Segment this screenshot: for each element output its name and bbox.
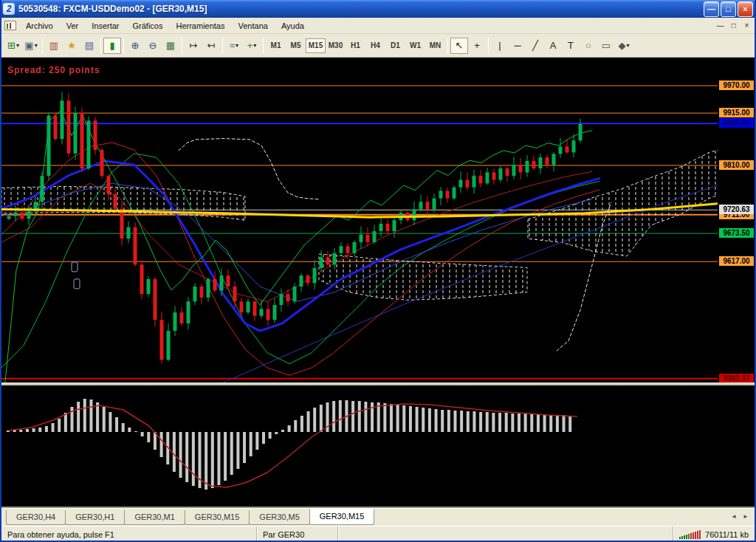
candles-layer <box>7 92 583 364</box>
chart-tab[interactable]: GER30,H1 <box>65 510 125 525</box>
candlestick-chart-icon: ▮ <box>109 38 114 53</box>
macd-signal-line <box>8 404 577 487</box>
dropdown-arrow-icon[interactable]: ▾ <box>35 42 38 49</box>
price-label: 9915.00 <box>719 108 754 117</box>
menu-graficos[interactable]: Gráficos <box>126 19 170 32</box>
navigator-icon: ▤ <box>85 38 94 53</box>
timeframe-m5-button[interactable]: M5 <box>286 38 306 53</box>
add-indicator-button[interactable]: +▾ <box>243 38 261 54</box>
indicator-chart[interactable] <box>1 385 718 508</box>
price-scale[interactable]: 9970.009915.009894.009810.009720.639711.… <box>718 58 755 507</box>
profiles-button[interactable]: ▣▾ <box>22 38 40 54</box>
text-label-icon: T <box>568 38 574 53</box>
rectangle-icon: ▭ <box>602 38 611 53</box>
timeframe-m1-button[interactable]: M1 <box>266 38 286 53</box>
mdi-restore-button[interactable]: □ <box>727 20 740 31</box>
chart-window-icon[interactable] <box>4 21 16 30</box>
status-connection: 76011/11 kb <box>673 526 755 542</box>
arrows-button[interactable]: ◆▾ <box>615 38 633 54</box>
menu-ventana[interactable]: Ventana <box>232 19 275 32</box>
chart-tab[interactable]: GER30,H4 <box>6 510 66 525</box>
chart-area: Spread: 250 points 9970.009915.009894.00… <box>1 58 755 508</box>
mt4-window: 2 50530548: FXCM-USDDemo02 - [GER30,M15]… <box>0 0 756 542</box>
title-bar: 2 50530548: FXCM-USDDemo02 - [GER30,M15]… <box>0 0 756 18</box>
auto-scroll-icon: ↦ <box>190 38 198 53</box>
chart-shift-icon: ↤ <box>207 38 216 53</box>
macd-histogram-layer <box>7 399 571 490</box>
chart-shift-button[interactable]: ↤ <box>202 38 220 54</box>
mdi-close-button[interactable]: × <box>740 20 753 31</box>
candlestick-chart-button[interactable]: ▮ <box>103 38 121 54</box>
cursor-button[interactable]: ↖ <box>450 38 468 54</box>
toolbar-separator <box>488 38 489 54</box>
menu-ayuda[interactable]: Ayuda <box>275 19 311 32</box>
navigator-button[interactable]: ▤ <box>80 38 98 54</box>
arrows-icon: ◆ <box>618 38 625 53</box>
favorites-icon: ★ <box>67 38 76 53</box>
auto-scroll-button[interactable]: ↦ <box>185 38 202 54</box>
new-chart-button[interactable]: ⊞▾ <box>4 38 22 54</box>
indicator-splitter[interactable] <box>1 383 755 385</box>
timeframe-d1-button[interactable]: D1 <box>385 38 405 53</box>
app-icon: 2 <box>3 3 15 15</box>
timeframe-h4-button[interactable]: H4 <box>365 38 385 53</box>
menu-archivo[interactable]: Archivo <box>19 19 60 32</box>
window-title: 50530548: FXCM-USDDemo02 - [GER30,M15] <box>18 4 702 14</box>
zoom-in-button[interactable]: ⊕ <box>126 38 144 54</box>
tab-scroll-right-button[interactable]: ► <box>740 510 752 524</box>
toolbar-separator <box>123 38 124 54</box>
vertical-line-button[interactable]: | <box>491 38 509 54</box>
menu-insertar[interactable]: Insertar <box>85 19 126 32</box>
rectangle-button[interactable]: ▭ <box>597 38 615 54</box>
minimize-button[interactable]: — <box>704 1 719 17</box>
favorites-button[interactable]: ★ <box>63 38 80 54</box>
zoom-out-button[interactable]: ⊖ <box>144 38 162 54</box>
timeframe-m30-button[interactable]: M30 <box>326 38 346 53</box>
market-watch-button[interactable]: ▥ <box>45 38 63 54</box>
spread-note: Spread: 250 points <box>7 65 100 75</box>
text-icon: A <box>550 38 557 53</box>
vertical-line-icon: | <box>498 38 501 53</box>
tile-windows-button[interactable]: ▦ <box>162 38 179 54</box>
indicators-list-button[interactable]: ≈▾ <box>225 38 243 54</box>
toolbar-separator <box>263 38 264 54</box>
toolbar-separator <box>182 38 182 54</box>
status-pair-text: Par GER30 <box>256 526 337 542</box>
status-bar: Para obtener ayuda, pulse F1 Par GER30 7… <box>1 526 755 542</box>
mdi-minimize-button[interactable]: — <box>714 20 726 31</box>
toolbar-separator <box>42 38 43 54</box>
toolbar-separator <box>222 38 223 54</box>
trendline-button[interactable]: ╱ <box>526 38 544 54</box>
close-button[interactable]: × <box>738 1 753 17</box>
chart-tab[interactable]: GER30,M5 <box>249 510 309 525</box>
restore-button[interactable]: □ <box>721 1 736 17</box>
dropdown-arrow-icon[interactable]: ▾ <box>16 42 19 49</box>
ellipse-icon: ○ <box>585 38 591 53</box>
toolbar-separator <box>100 38 101 54</box>
market-watch-icon: ▥ <box>49 38 58 53</box>
chart-tab-active[interactable]: GER30,M15 <box>309 509 375 525</box>
ellipse-button[interactable]: ○ <box>580 38 597 54</box>
new-chart-icon: ⊞ <box>7 38 16 53</box>
crosshair-icon: + <box>474 38 480 53</box>
add-indicator-icon: + <box>247 38 253 53</box>
text-label-button[interactable]: T <box>562 38 580 54</box>
timeframe-h1-button[interactable]: H1 <box>346 38 365 53</box>
timeframe-mn-button[interactable]: MN <box>425 38 445 53</box>
price-label: 9720.63 <box>719 205 754 214</box>
chart-tab[interactable]: GER30,M15 <box>185 510 250 525</box>
timeframe-w1-button[interactable]: W1 <box>405 38 425 53</box>
dropdown-arrow-icon[interactable]: ▾ <box>626 42 629 49</box>
chart-tab[interactable]: GER30,M1 <box>124 510 185 525</box>
menu-ver[interactable]: Ver <box>60 19 86 32</box>
horizontal-line-icon: ─ <box>514 38 520 53</box>
dropdown-arrow-icon[interactable]: ▾ <box>236 42 238 49</box>
menu-herramientas[interactable]: Herramientas <box>169 19 231 32</box>
timeframe-m15-button[interactable]: M15 <box>306 38 326 53</box>
main-chart[interactable] <box>1 58 718 383</box>
text-button[interactable]: A <box>544 38 562 54</box>
tab-scroll-left-button[interactable]: ◄ <box>728 510 740 524</box>
crosshair-button[interactable]: + <box>468 38 486 54</box>
horizontal-line-button[interactable]: ─ <box>509 38 526 54</box>
dropdown-arrow-icon[interactable]: ▾ <box>253 42 256 49</box>
